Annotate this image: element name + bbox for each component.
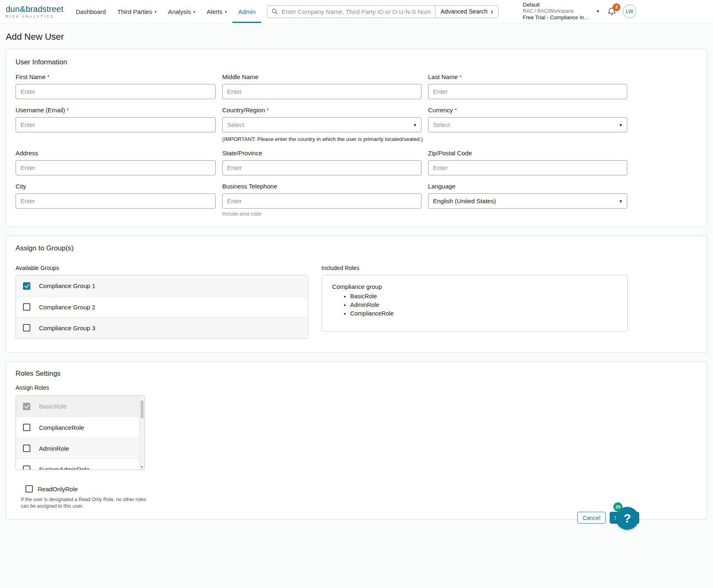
caret-down-icon[interactable]: ▾: [597, 9, 599, 14]
username-email-label: Username (Email)*: [16, 107, 216, 114]
help-button[interactable]: ? 20: [616, 507, 639, 530]
role-option-systemadminrole[interactable]: SystemAdminRole: [16, 459, 139, 470]
group-row-compliance-group-3[interactable]: Compliance Group 3: [16, 317, 308, 338]
state-province-input[interactable]: [222, 160, 421, 175]
username-email-input[interactable]: [16, 117, 216, 132]
business-telephone-helper: Include area code: [222, 211, 421, 217]
state-province-field: State/Province: [222, 150, 421, 175]
group-row-compliance-group-2[interactable]: Compliance Group 2: [16, 296, 308, 317]
role-label: SystemAdminRole: [39, 466, 89, 470]
scrollbar-thumb[interactable]: [141, 400, 144, 418]
role-option-compliancerole[interactable]: ComplianceRole: [16, 417, 139, 438]
business-telephone-input[interactable]: [222, 193, 421, 209]
roles-settings-title: Roles Settings: [16, 370, 697, 378]
nav-admin[interactable]: Admin: [232, 0, 262, 23]
caret-down-icon: ▾: [414, 122, 416, 128]
nav-label: Admin: [238, 8, 256, 15]
advanced-search-label: Advanced Search: [441, 8, 487, 15]
advanced-search-button[interactable]: Advanced Search ›: [435, 6, 499, 18]
brand-logo[interactable]: dun&bradstreet RISK ANALYTICS: [6, 5, 64, 18]
middle-name-label: Middle Name: [222, 73, 421, 80]
currency-field: Currency* Select ▾: [428, 107, 627, 142]
first-name-label: First Name*: [16, 73, 216, 80]
included-roles-box: Compliance group BasicRole AdminRole Com…: [321, 275, 628, 331]
page-title: Add New User: [6, 32, 707, 42]
middle-name-field: Middle Name: [222, 73, 421, 99]
included-role: AdminRole: [350, 302, 617, 308]
nav-label: Analysis: [168, 8, 191, 15]
available-groups-label: Available Groups: [16, 265, 308, 271]
currency-label: Currency*: [428, 107, 627, 114]
included-roles-label: Included Roles: [321, 265, 628, 271]
checkbox-unchecked[interactable]: [23, 465, 30, 470]
middle-name-input[interactable]: [222, 84, 421, 99]
scrollbar[interactable]: ▼: [139, 396, 144, 470]
zip-postal-input[interactable]: [428, 160, 627, 175]
role-label: AdminRole: [39, 445, 69, 452]
address-input[interactable]: [16, 160, 216, 175]
nav-label: Third Parties: [117, 8, 152, 15]
included-group-name: Compliance group: [332, 283, 617, 290]
available-groups-column: Available Groups Compliance Group 1 Comp…: [16, 265, 308, 338]
first-name-input[interactable]: [16, 84, 216, 99]
nav-dashboard[interactable]: Dashboard: [70, 0, 112, 23]
help-badge: 20: [613, 502, 622, 511]
caret-down-icon: ▾: [225, 10, 227, 14]
group-row-compliance-group-1[interactable]: Compliance Group 1: [16, 275, 308, 296]
currency-select[interactable]: Select ▾: [428, 117, 627, 132]
country-region-select[interactable]: Select ▾: [222, 117, 421, 132]
included-roles-column: Included Roles Compliance group BasicRol…: [321, 265, 628, 338]
caret-down-icon: ▾: [620, 198, 622, 204]
role-option-basicrole[interactable]: BasicRole: [16, 396, 139, 417]
chevron-right-icon: ›: [490, 7, 493, 15]
city-input[interactable]: [16, 193, 216, 209]
user-avatar[interactable]: LW: [623, 5, 636, 18]
user-information-title: User Information: [16, 58, 697, 66]
checkbox-unchecked[interactable]: [25, 485, 33, 493]
checkbox-unchecked[interactable]: [23, 445, 30, 452]
roles-settings-card: Roles Settings Assign Roles BasicRole Co…: [6, 361, 707, 520]
included-role: ComplianceRole: [350, 310, 617, 317]
included-role: BasicRole: [350, 293, 617, 300]
business-telephone-label: Business Telephone: [222, 183, 421, 190]
role-option-adminrole[interactable]: AdminRole: [16, 438, 139, 459]
country-region-label: Country/Region*: [222, 107, 421, 114]
nav-third-parties[interactable]: Third Parties▾: [112, 0, 162, 23]
workspace-selector[interactable]: Default RAC / RACIWorkspace ▾ Free Trial…: [523, 2, 599, 21]
top-navbar: dun&bradstreet RISK ANALYTICS Dashboard …: [0, 0, 713, 23]
checkbox-checked[interactable]: [23, 282, 30, 290]
address-label: Address: [16, 150, 216, 157]
first-name-field: First Name*: [16, 73, 216, 99]
group-label: Compliance Group 1: [39, 282, 96, 289]
city-label: City: [16, 183, 216, 190]
assign-roles-label: Assign Roles: [16, 384, 697, 391]
zip-postal-label: Zip/Postal Code: [428, 150, 627, 157]
select-value: English (United States): [433, 198, 496, 204]
checkbox-unchecked[interactable]: [23, 424, 30, 431]
checkbox-unchecked[interactable]: [23, 324, 30, 331]
nav-analysis[interactable]: Analysis▾: [162, 0, 201, 23]
readonly-role-row[interactable]: ReadOnlyRole: [25, 485, 697, 493]
select-placeholder: Select: [227, 121, 244, 128]
business-telephone-field: Business Telephone Include area code: [222, 183, 421, 217]
language-select[interactable]: English (United States) ▾: [428, 193, 627, 209]
city-field: City: [16, 183, 216, 217]
checkbox-unchecked[interactable]: [23, 303, 30, 311]
country-region-field: Country/Region* Select ▾ (IMPORTANT: Ple…: [222, 107, 421, 142]
required-marker: *: [67, 107, 69, 114]
last-name-field: Last Name*: [428, 73, 627, 99]
search-input[interactable]: [281, 8, 431, 15]
last-name-input[interactable]: [428, 84, 627, 99]
main-nav: Dashboard Third Parties▾ Analysis▾ Alert…: [70, 0, 262, 23]
nav-alerts[interactable]: Alerts▾: [201, 0, 232, 23]
assign-roles-listbox: BasicRole ComplianceRole AdminRole Syste…: [16, 395, 145, 470]
user-information-grid: First Name* Middle Name Last Name* Usern…: [16, 73, 627, 217]
readonly-helper-text: If the user is designated a Read Only Ro…: [21, 497, 149, 509]
notifications-button[interactable]: 3: [607, 7, 617, 16]
cancel-button[interactable]: Cancel: [577, 512, 606, 524]
included-roles-list: BasicRole AdminRole ComplianceRole: [332, 293, 617, 317]
checkbox-checked-disabled: [23, 403, 30, 410]
scroll-down-arrow-icon[interactable]: ▼: [139, 465, 144, 468]
notification-badge: 3: [613, 3, 620, 11]
country-region-helper: (IMPORTANT: Please enter the country in …: [222, 136, 421, 142]
